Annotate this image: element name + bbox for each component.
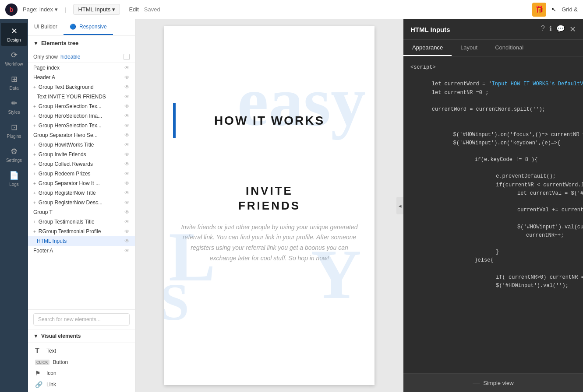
- bg-letter-y: Y: [311, 234, 361, 315]
- visibility-icon[interactable]: 👁: [124, 103, 130, 109]
- tree-item[interactable]: HTML Inputs👁: [28, 236, 135, 246]
- tree-item-label: Group Text Background: [39, 84, 94, 90]
- visibility-icon[interactable]: 👁: [124, 113, 130, 119]
- sidebar-item-data[interactable]: ⊞ Data: [1, 71, 27, 94]
- code-line: if(currentNR < currentWord.length){: [410, 181, 576, 189]
- code-editor[interactable]: <script> let currentWord = 'Input HOW IT…: [403, 56, 583, 373]
- visibility-icon[interactable]: 👁: [124, 161, 130, 167]
- tree-item[interactable]: Header A👁: [28, 73, 135, 82]
- tree-item[interactable]: Group Separator Hero Se...👁: [28, 130, 135, 140]
- visibility-icon[interactable]: 👁: [124, 180, 130, 186]
- element-text[interactable]: T Text: [28, 345, 135, 357]
- visibility-icon[interactable]: 👁: [124, 238, 130, 244]
- sidebar-item-label: Plugins: [7, 134, 21, 139]
- visual-elements-arrow-icon: ▼: [33, 333, 39, 339]
- canvas-inner: easy HOW IT WORKS INVITE FRIENDS Invite …: [164, 26, 375, 385]
- search-input[interactable]: [33, 313, 130, 326]
- sidebar-item-plugins[interactable]: ⊡ Plugins: [1, 119, 27, 142]
- simple-view-button[interactable]: — Simple view: [473, 379, 513, 387]
- tree-item[interactable]: +RGroup Testimonial Profile👁: [28, 227, 135, 236]
- tree-item-label: Group HeroSelection Tex...: [39, 103, 102, 109]
- code-line: <script>: [410, 63, 576, 72]
- visibility-icon[interactable]: 👁: [124, 200, 130, 206]
- visibility-icon[interactable]: 👁: [124, 248, 130, 254]
- hideable-link[interactable]: hideable: [60, 54, 80, 60]
- grid-label[interactable]: Grid &: [562, 6, 578, 13]
- tree-item-label: Group HowItWorks Title: [39, 142, 94, 148]
- gift-icon[interactable]: 🎁: [532, 3, 546, 17]
- invite-title: INVITE FRIENDS: [164, 184, 375, 214]
- visibility-icon[interactable]: 👁: [124, 74, 130, 80]
- bg-letter-s: S: [164, 272, 189, 332]
- tree-item[interactable]: Group T👁: [28, 207, 135, 217]
- edit-button[interactable]: Edit: [129, 6, 138, 13]
- tree-item-label: Group RegisterNow Title: [39, 190, 96, 196]
- canvas-collapse-button[interactable]: ◂: [396, 197, 403, 214]
- tree-item[interactable]: +Group Testimonials Title👁: [28, 217, 135, 227]
- tree-item[interactable]: Text INVITE YOUR FRIENDS👁: [28, 92, 135, 102]
- sidebar-item-settings[interactable]: ⚙ Settings: [1, 143, 27, 166]
- visibility-icon[interactable]: 👁: [124, 94, 130, 100]
- visibility-icon[interactable]: 👁: [124, 132, 130, 138]
- sidebar-item-label: Settings: [6, 158, 22, 163]
- right-panel-tabs: Appearance Layout Conditional: [403, 40, 583, 56]
- close-icon[interactable]: ✕: [569, 24, 576, 34]
- help-icon[interactable]: ?: [541, 24, 545, 34]
- visibility-icon[interactable]: 👁: [124, 65, 130, 71]
- sidebar-item-label: Data: [9, 86, 18, 91]
- tree-item[interactable]: +Group RegisterNow Desc...👁: [28, 198, 135, 207]
- code-line: $('#HOWinput').on('keydown',(e)=>{: [410, 139, 576, 147]
- tab-conditional[interactable]: Conditional: [486, 40, 532, 56]
- visibility-icon[interactable]: 👁: [124, 209, 130, 215]
- comment-icon[interactable]: 💬: [556, 24, 565, 34]
- tab-ui-builder[interactable]: UI Builder: [28, 19, 64, 35]
- tree-item-label: Footer A: [33, 248, 53, 254]
- tree-item[interactable]: +Group Text Background👁: [28, 82, 135, 92]
- visibility-icon[interactable]: 👁: [124, 84, 130, 90]
- visibility-icon[interactable]: 👁: [124, 171, 130, 177]
- plugins-icon: ⊡: [11, 122, 18, 132]
- topbar: b Page: index ▾ | HTML Inputs ▾ Edit Sav…: [0, 0, 583, 19]
- simple-view-label: Simple view: [483, 380, 513, 386]
- visibility-icon[interactable]: 👁: [124, 122, 130, 129]
- sidebar-item-styles[interactable]: ✏ Styles: [1, 95, 27, 118]
- visibility-icon[interactable]: 👁: [124, 228, 130, 234]
- cursor-icon: ↖: [551, 6, 556, 13]
- tree-item[interactable]: +Group HeroSelection Ima...👁: [28, 111, 135, 121]
- element-icon[interactable]: ⚑ Icon: [28, 368, 135, 379]
- tree-item[interactable]: +Group Redeem Prizes👁: [28, 169, 135, 178]
- tree-item[interactable]: +Group RegisterNow Title👁: [28, 188, 135, 198]
- tree-item[interactable]: +Group HeroSelection Tex...👁: [28, 121, 135, 130]
- tree-item-label: Group Redeem Prizes: [39, 171, 91, 177]
- visibility-icon[interactable]: 👁: [124, 151, 130, 158]
- tree-item[interactable]: +Group HowItWorks Title👁: [28, 140, 135, 150]
- sidebar-item-label: Styles: [8, 110, 20, 115]
- visibility-icon[interactable]: 👁: [124, 219, 130, 225]
- tree-item[interactable]: Page index👁: [28, 63, 135, 73]
- element-button[interactable]: CLICK Button: [28, 357, 135, 368]
- element-text-label: Text: [46, 348, 56, 354]
- code-line: }: [410, 248, 576, 256]
- page-selector[interactable]: Page: index ▾: [23, 6, 58, 13]
- right-panel: HTML Inputs ? ℹ 💬 ✕ Appearance Layout Co…: [403, 19, 583, 392]
- tree-item[interactable]: +Group Separator How It ...👁: [28, 178, 135, 188]
- tree-item[interactable]: +Group HeroSelection Tex...👁: [28, 102, 135, 111]
- tab-layout[interactable]: Layout: [452, 40, 486, 56]
- tab-responsive[interactable]: 🔵 Responsive: [64, 19, 113, 35]
- hideable-checkbox[interactable]: [124, 54, 130, 60]
- sidebar-item-label: Logs: [9, 182, 19, 187]
- tree-item[interactable]: +Group Collect Rewards👁: [28, 159, 135, 169]
- visibility-icon[interactable]: 👁: [124, 142, 130, 148]
- code-line: if(e.keyCode != 8 ){: [410, 156, 576, 164]
- sidebar-item-workflow[interactable]: ⟳ Workflow: [1, 47, 27, 70]
- sidebar-item-logs[interactable]: 📄 Logs: [1, 167, 27, 190]
- info-icon[interactable]: ℹ: [549, 24, 552, 34]
- element-link[interactable]: 🔗 Link: [28, 379, 135, 390]
- how-it-works-section: HOW IT WORKS: [164, 105, 375, 136]
- sidebar-item-design[interactable]: ✕ Design: [1, 23, 27, 46]
- tree-item[interactable]: Footer A👁: [28, 246, 135, 256]
- tree-item[interactable]: +Group Invite Friends👁: [28, 150, 135, 159]
- html-inputs-selector[interactable]: HTML Inputs ▾: [73, 4, 120, 15]
- tab-appearance[interactable]: Appearance: [403, 40, 452, 56]
- visibility-icon[interactable]: 👁: [124, 190, 130, 196]
